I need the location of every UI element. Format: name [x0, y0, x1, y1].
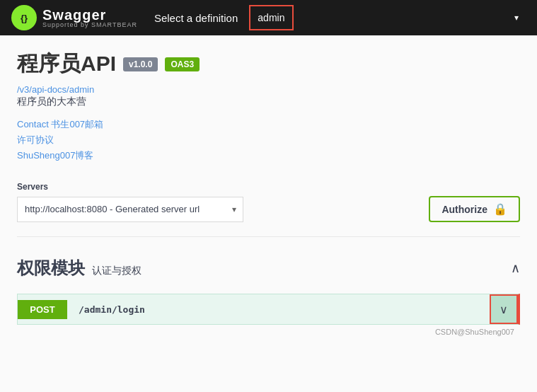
chevron-down-icon: ∨	[500, 303, 508, 316]
definition-selector[interactable]: admin ▾	[249, 5, 526, 30]
lock-icon: 🔒	[493, 202, 507, 216]
version-badge: v1.0.0	[123, 57, 158, 71]
watermark: CSDN@ShuSheng007	[17, 325, 520, 339]
swagger-logo-icon: {}	[11, 5, 37, 30]
module-collapse-icon[interactable]: ∧	[511, 260, 520, 276]
definition-select-arrow-icon: ▾	[514, 13, 519, 23]
contact-link[interactable]: Contact 书生007邮箱	[17, 118, 520, 131]
license-link[interactable]: 许可协议	[17, 134, 520, 146]
servers-section: Servers http://localhost:8080 - Generate…	[17, 182, 520, 222]
module-title: 权限模块	[17, 257, 85, 279]
endpoint-row[interactable]: POST /admin/login ∨	[17, 294, 520, 325]
authorize-button[interactable]: Authorize 🔒	[429, 196, 520, 222]
server-select-container[interactable]: http://localhost:8080 - Generated server…	[17, 197, 243, 222]
endpoint-expand-icon[interactable]: ∨	[490, 294, 518, 324]
swagger-title: Swagger	[42, 8, 137, 22]
select-definition-label: Select a definition	[154, 12, 238, 24]
definition-select[interactable]: admin	[249, 5, 294, 30]
oas-badge: OAS3	[165, 57, 200, 71]
blog-link[interactable]: ShuSheng007博客	[17, 149, 520, 162]
app-header: {} Swagger Supported by SMARTBEAR Select…	[0, 0, 537, 35]
authorize-label: Authorize	[441, 204, 487, 215]
api-url-link[interactable]: /v3/api-docs/admin	[17, 84, 94, 95]
module-subtitle: 认证与授权	[92, 265, 142, 277]
swagger-logo: {} Swagger Supported by SMARTBEAR	[11, 5, 137, 30]
method-badge-post: POST	[18, 300, 67, 319]
api-title: 程序员API	[17, 50, 116, 79]
logo-symbol: {}	[21, 13, 28, 23]
server-select[interactable]: http://localhost:8080 - Generated server…	[17, 197, 243, 222]
servers-label: Servers	[17, 182, 520, 192]
api-description: 程序员的大本营	[17, 96, 520, 108]
main-content: 程序员API v1.0.0 OAS3 /v3/api-docs/admin 程序…	[0, 35, 537, 353]
servers-row: http://localhost:8080 - Generated server…	[17, 196, 520, 222]
swagger-logo-text: Swagger Supported by SMARTBEAR	[42, 8, 137, 28]
section-divider	[17, 236, 520, 237]
swagger-subtitle: Supported by SMARTBEAR	[42, 22, 137, 28]
api-title-row: 程序员API v1.0.0 OAS3	[17, 50, 520, 79]
endpoint-path: /admin/login	[67, 304, 490, 315]
module-title-row: 权限模块 认证与授权	[17, 257, 142, 279]
module-header: 权限模块 认证与授权 ∧	[17, 251, 520, 285]
